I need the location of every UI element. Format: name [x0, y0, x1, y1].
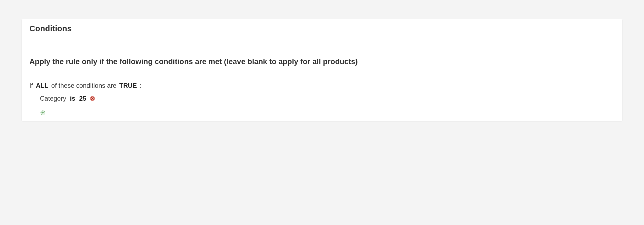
add-icon — [40, 110, 45, 115]
conditions-panel: Conditions Apply the rule only if the fo… — [22, 19, 622, 121]
condition-value[interactable]: 25 — [78, 95, 87, 102]
remove-condition-button[interactable] — [89, 96, 95, 101]
condition-aggregator[interactable]: ALL — [35, 82, 50, 89]
condition-root: If ALL of these conditions are TRUE : — [29, 82, 615, 89]
condition-value-selector[interactable]: TRUE — [118, 82, 138, 89]
condition-children: Category is 25 — [35, 95, 615, 116]
condition-row: Category is 25 — [40, 95, 615, 102]
section-heading: Apply the rule only if the following con… — [29, 57, 615, 66]
condition-attribute[interactable]: Category — [40, 95, 67, 102]
add-condition-button[interactable] — [40, 110, 46, 116]
panel-title: Conditions — [29, 24, 615, 33]
condition-root-middle: of these conditions are — [51, 82, 116, 89]
remove-icon — [90, 96, 95, 101]
add-condition-row — [40, 110, 615, 116]
condition-root-prefix: If — [29, 82, 33, 89]
condition-root-suffix: : — [140, 82, 142, 89]
section-divider — [29, 72, 615, 72]
condition-operator[interactable]: is — [69, 95, 76, 102]
